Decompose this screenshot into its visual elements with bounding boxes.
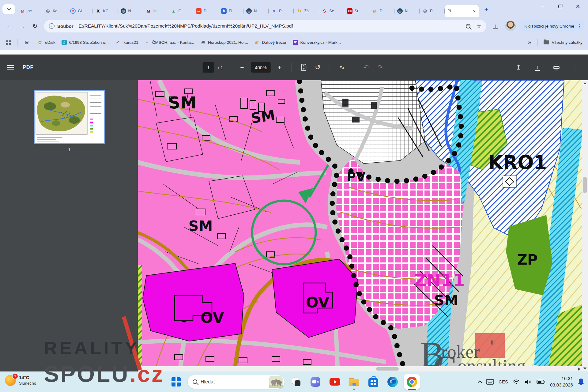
bookmark-item[interactable]: Datový trezor [254,40,286,45]
battery-button[interactable] [537,379,545,384]
page-number-input[interactable]: 1 [203,62,214,73]
print-button[interactable] [551,62,562,73]
more-options-button[interactable] [570,62,581,73]
edisk-icon [37,40,43,45]
drive-upload-button[interactable] [513,62,524,73]
active-tab[interactable]: Pl× [445,5,479,17]
file-chip[interactable]: Soubor [57,24,74,29]
forward-button[interactable] [16,20,28,32]
rotate-button[interactable] [312,62,323,73]
redo-button[interactable] [375,62,385,73]
tab[interactable]: Pi [218,5,243,17]
tab[interactable]: N [243,5,269,17]
chat-button[interactable] [307,373,323,390]
more-menu-icon[interactable] [577,23,582,29]
undo-button[interactable] [361,62,371,73]
notification-badge: 1 [12,373,18,379]
tray-time: 16:31 [550,375,573,382]
page-thumbnail[interactable] [34,90,105,144]
maximize-button[interactable] [551,0,569,13]
downloads-button[interactable] [489,20,502,32]
bookmark-item[interactable]: Horoskop 2021, Hor... [200,40,248,45]
horizontal-scrollbar[interactable] [138,366,582,371]
close-tab-icon[interactable]: × [472,9,476,14]
address-bar[interactable]: Soubor E:/REALITY/Klienti/Suk%20Dan/Poze… [44,20,486,32]
minimize-button[interactable] [533,0,551,13]
chrome-update-button[interactable]: K dispozici je nový Chrome [519,21,585,32]
keyboard-button[interactable] [486,379,494,385]
chevron-down-icon [7,7,11,11]
zoom-in-button[interactable] [274,62,285,73]
tab[interactable]: N [394,5,420,17]
all-bookmarks-button[interactable]: Všechny záložky [544,40,582,45]
info-icon[interactable] [49,23,55,29]
taskbar-search[interactable]: Hledat [187,375,285,389]
close-button[interactable] [569,0,587,13]
bookmark-item[interactable]: Ikarus21 [115,40,138,45]
menu-icon[interactable] [7,65,14,70]
weather-widget[interactable]: 1 14°C Slunečno [5,375,36,386]
microsoft-store-button[interactable] [365,373,381,390]
zoom-level[interactable]: 400% [251,62,270,73]
vertical-scrollbar[interactable] [582,80,588,371]
tab[interactable]: Se [319,5,344,17]
annotate-button[interactable] [337,62,347,73]
tray-chevron-up-icon[interactable] [478,380,482,385]
scroll-up-icon[interactable] [583,82,586,84]
bookmark-star-icon[interactable] [476,23,481,30]
language-switcher[interactable]: CES [499,379,508,384]
tab[interactable]: Kc [42,5,67,17]
tab[interactable]: Pi [269,5,294,17]
file-explorer-button[interactable] [346,373,362,390]
horizontal-scroll-thumb[interactable] [376,367,399,371]
task-view-button[interactable] [288,373,304,390]
vertical-scroll-thumb[interactable] [583,177,587,193]
profile-avatar[interactable] [505,21,516,31]
active-app-card [404,374,420,390]
bookmark-item[interactable]: Konverzky.cz - Mark... [293,40,341,45]
search-highlight-image[interactable] [269,376,283,388]
tab[interactable]: KC [92,5,118,17]
tab[interactable]: N [118,5,143,17]
start-button[interactable] [168,373,184,390]
apps-grid-icon[interactable] [6,40,8,42]
bookmarks-overflow-icon[interactable] [528,39,531,46]
reload-icon [32,22,38,30]
system-tray: CES 16:31 03.03.2026 [478,371,584,392]
tab[interactable]: D [193,5,218,17]
clock[interactable]: 16:31 03.03.2026 [550,375,573,388]
tab[interactable]: pc [17,5,42,17]
bookmark-item[interactable]: eDisk [37,40,55,45]
scroll-left-icon[interactable] [139,368,141,371]
active-indicator [408,389,416,390]
bookmark-item[interactable]: 6/1993 Sb. Zákon o... [62,40,109,45]
download-pdf-button[interactable] [532,62,543,73]
chrome-button[interactable] [404,373,420,390]
scroll-right-icon[interactable] [578,368,580,371]
new-tab-button[interactable] [481,5,491,15]
notifications-button[interactable] [578,378,584,386]
tab[interactable]: In [143,5,168,17]
divider [354,62,354,72]
back-button[interactable] [3,20,15,32]
tab[interactable]: Pl [420,5,445,17]
zoom-out-button[interactable] [237,62,247,73]
tab[interactable]: Zá [294,5,319,17]
tab[interactable]: Gi [67,5,92,17]
youtube-button[interactable] [327,373,343,390]
bookmark-item[interactable]: ČMSCH, a.s. - Konta... [145,40,194,45]
tabs-container: pc Kc Gi KC N In O D Pi N Pi Zá Se Sr D … [17,5,479,17]
fit-page-button[interactable] [298,62,309,73]
reload-button[interactable] [29,20,41,32]
edge-button[interactable] [385,373,401,390]
tab[interactable]: Sr [344,5,369,17]
scroll-down-icon[interactable] [583,368,586,370]
tab-search-button[interactable] [2,4,15,14]
zoom-icon[interactable] [466,24,470,28]
wifi-button[interactable] [513,379,520,385]
pdf-viewport[interactable]: SM SM SM PV KRO1 ZN11 SM ZP OV OV B roke… [138,80,582,371]
bookmark-item[interactable] [24,40,31,45]
tab[interactable]: D [369,5,394,17]
tab[interactable]: O [168,5,193,17]
volume-button[interactable] [525,379,532,385]
